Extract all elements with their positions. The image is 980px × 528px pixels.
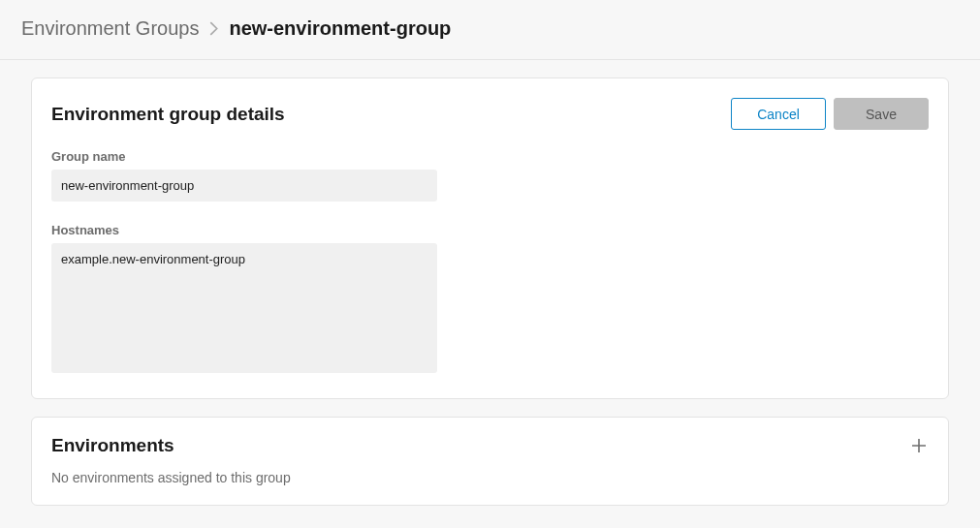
group-name-label: Group name [51,149,929,164]
details-card: Environment group details Cancel Save Gr… [31,78,949,399]
page-header: Environment Groups new-environment-group [0,0,980,60]
environments-card-header: Environments [51,435,929,456]
plus-icon[interactable] [909,436,929,455]
save-button[interactable]: Save [834,98,929,130]
details-card-header: Environment group details Cancel Save [51,98,929,130]
cancel-button[interactable]: Cancel [731,98,826,130]
details-card-title: Environment group details [51,104,285,125]
hostnames-label: Hostnames [51,223,929,237]
group-name-input[interactable] [51,170,437,202]
action-buttons: Cancel Save [731,98,929,130]
breadcrumb: Environment Groups new-environment-group [21,17,959,40]
breadcrumb-parent-link[interactable]: Environment Groups [21,17,199,40]
breadcrumb-current: new-environment-group [229,17,451,40]
group-name-field: Group name [51,149,929,202]
environments-empty-text: No environments assigned to this group [51,470,929,485]
hostnames-input[interactable] [51,243,437,373]
environments-card-title: Environments [51,435,174,456]
environments-card: Environments No environments assigned to… [31,417,949,506]
page-content: Environment group details Cancel Save Gr… [0,60,980,528]
chevron-right-icon [209,21,218,36]
hostnames-field: Hostnames [51,223,929,377]
